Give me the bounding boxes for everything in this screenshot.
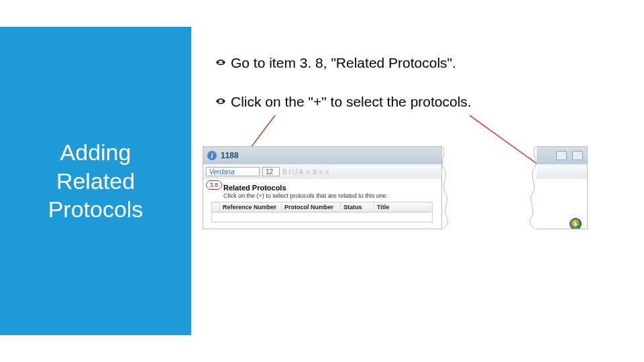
embedded-content-right: +	[537, 179, 587, 229]
embedded-screenshot-right: +	[537, 146, 588, 229]
bullet-list: Go to item 3. 8, "Related Protocols". Cl…	[215, 55, 590, 133]
section-instruction: Click on the (+) to select protocols tha…	[223, 192, 437, 199]
toolbar-icon[interactable]	[572, 151, 583, 160]
bullet-item: Go to item 3. 8, "Related Protocols".	[215, 55, 590, 72]
bullet-text: Click on the "+" to select the protocols…	[231, 94, 472, 110]
alignment-icons[interactable]: ≡ ≣ ≡ ≡	[306, 168, 329, 176]
embedded-titlebar: i 1188	[203, 147, 441, 164]
info-icon: i	[207, 151, 217, 160]
section-heading: Related Protocols	[223, 184, 437, 192]
table-col-protocol: Protocol Number	[282, 202, 341, 212]
torn-page-split	[441, 146, 537, 229]
section-number-badge: 3.8	[206, 180, 222, 190]
bullet-icon	[215, 55, 227, 72]
font-selector[interactable]: Verdana	[206, 167, 260, 176]
embedded-content-area: 3.8 Related Protocols Click on the (+) t…	[203, 179, 441, 229]
bullet-icon	[215, 94, 227, 111]
title-line-1: Adding	[60, 139, 131, 165]
embedded-screenshot-left: i 1188 Verdana 12 B I U A ≡ ≣ ≡ ≡ 3.8 Re…	[203, 146, 442, 229]
sidebar: Adding Related Protocols	[0, 27, 191, 335]
title-line-2: Related	[56, 168, 135, 194]
embedded-format-toolbar-right	[537, 164, 587, 179]
table-col-status: Status	[341, 202, 374, 212]
font-size-selector[interactable]: 12	[262, 167, 280, 176]
bullet-item: Click on the "+" to select the protocols…	[215, 94, 590, 111]
title-line-3: Protocols	[48, 196, 144, 222]
bullet-text: Go to item 3. 8, "Related Protocols".	[231, 55, 456, 71]
protocols-table: Reference Number Protocol Number Status …	[211, 202, 433, 223]
toolbar-icon[interactable]	[556, 151, 567, 160]
embedded-format-toolbar: Verdana 12 B I U A ≡ ≣ ≡ ≡	[203, 164, 441, 179]
embedded-titlebar-right	[537, 147, 587, 164]
add-protocol-button[interactable]: +	[570, 218, 582, 229]
table-body-empty	[212, 213, 432, 222]
plus-icon: +	[573, 219, 578, 229]
page-title: Adding Related Protocols	[48, 138, 144, 224]
table-header-row: Reference Number Protocol Number Status …	[212, 202, 432, 213]
table-col-title: Title	[374, 202, 432, 212]
table-col-blank	[212, 202, 220, 212]
record-number: 1188	[221, 151, 239, 160]
table-col-reference: Reference Number	[220, 202, 282, 212]
format-buttons-group[interactable]: B I U A	[282, 168, 303, 176]
